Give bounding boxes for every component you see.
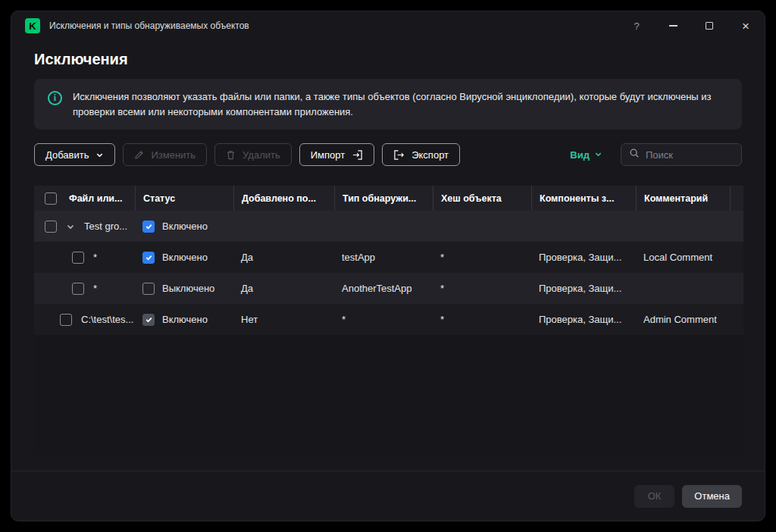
group-name: Test gro... <box>84 221 127 232</box>
exclusions-table: Файл или... Статус Добавлено по... Тип о… <box>34 186 743 455</box>
components: Проверка, Защи... <box>531 314 636 325</box>
row-checkbox[interactable] <box>72 283 84 295</box>
select-all-checkbox[interactable] <box>45 192 57 205</box>
object-hash: * <box>433 252 531 263</box>
add-button-label: Добавить <box>45 149 89 161</box>
header-file[interactable]: Файл или... <box>61 186 135 211</box>
delete-button[interactable]: Удалить <box>214 143 292 166</box>
cancel-button[interactable]: Отмена <box>682 485 742 508</box>
ok-button[interactable]: ОК <box>634 485 675 508</box>
pencil-icon <box>134 150 144 160</box>
object-type: testApp <box>334 252 433 263</box>
close-icon[interactable]: × <box>739 19 753 33</box>
table-header: Файл или... Статус Добавлено по... Тип о… <box>34 186 743 211</box>
added-by: Да <box>233 252 334 263</box>
object-hash: * <box>433 283 531 294</box>
status-checkbox[interactable] <box>142 221 155 233</box>
table-row[interactable]: * Включено Да testApp * Проверка, Защи..… <box>34 242 743 273</box>
table-empty-area <box>34 335 743 455</box>
search-box[interactable] <box>621 143 742 166</box>
status-checkbox[interactable] <box>142 252 155 264</box>
import-button[interactable]: Импорт <box>299 143 374 166</box>
search-input[interactable] <box>646 149 734 161</box>
delete-button-label: Удалить <box>242 149 280 161</box>
status-label: Включено <box>162 314 208 325</box>
row-checkbox[interactable] <box>72 252 84 264</box>
object-type: AnotherTestApp <box>334 283 433 294</box>
edit-button-label: Изменить <box>151 149 196 161</box>
export-button-label: Экспорт <box>411 149 449 161</box>
components: Проверка, Защи... <box>531 283 636 294</box>
comment: Admin Comment <box>636 314 730 325</box>
info-banner: i Исключения позволяют указать файлы или… <box>34 79 742 130</box>
add-button[interactable]: Добавить <box>34 143 115 166</box>
import-button-label: Импорт <box>311 149 345 161</box>
table-row[interactable]: * Выключено Да AnotherTestApp * Проверка… <box>34 273 743 304</box>
minimize-icon[interactable] <box>666 19 680 33</box>
status-checkbox[interactable] <box>142 283 155 295</box>
status-label: Выключено <box>162 283 214 294</box>
file-name: * <box>93 252 97 263</box>
status-label: Включено <box>162 252 208 263</box>
chevron-down-icon <box>95 151 104 159</box>
kaspersky-logo-icon: K <box>25 18 40 33</box>
export-icon <box>393 149 405 161</box>
window-title: Исключения и типы обнаруживаемых объекто… <box>49 20 249 31</box>
toolbar: Добавить Изменить Удалить Импорт <box>34 143 742 166</box>
comment: Local Comment <box>636 252 730 263</box>
import-icon <box>352 149 363 161</box>
table-row-group[interactable]: Test gro... Включено <box>34 211 743 242</box>
expand-chevron-icon[interactable] <box>66 222 75 231</box>
file-name: * <box>93 283 97 294</box>
search-icon <box>629 148 640 161</box>
header-added-by[interactable]: Добавлено по... <box>233 186 334 211</box>
status-checkbox[interactable] <box>142 314 155 326</box>
status-label: Включено <box>162 221 208 232</box>
header-spacer <box>730 186 743 211</box>
object-hash: * <box>433 314 531 325</box>
info-banner-text: Исключения позволяют указать файлы или п… <box>73 89 728 119</box>
header-object-type[interactable]: Тип обнаружи... <box>334 186 433 211</box>
chevron-down-icon <box>594 149 602 161</box>
footer: ОК Отмена <box>11 471 765 521</box>
titlebar: K Исключения и типы обнаруживаемых объек… <box>11 11 765 40</box>
added-by: Да <box>233 283 334 294</box>
view-button-label: Вид <box>570 149 590 161</box>
header-status[interactable]: Статус <box>135 186 233 211</box>
header-object-hash[interactable]: Хеш объекта <box>433 186 531 211</box>
page-title: Исключения <box>34 51 742 68</box>
info-icon: i <box>48 91 62 105</box>
added-by: Нет <box>233 314 334 325</box>
components: Проверка, Защи... <box>531 252 636 263</box>
header-components[interactable]: Компоненты з... <box>531 186 636 211</box>
row-checkbox[interactable] <box>60 314 72 326</box>
object-type: * <box>334 314 433 325</box>
help-icon[interactable]: ? <box>630 19 643 33</box>
edit-button[interactable]: Изменить <box>123 143 207 166</box>
export-button[interactable]: Экспорт <box>382 143 460 166</box>
table-row[interactable]: C:\test\tes... Включено Нет * * Проверка… <box>34 304 743 335</box>
maximize-icon[interactable] <box>702 19 716 33</box>
header-comment[interactable]: Комментарий <box>636 186 730 211</box>
file-name: C:\test\tes... <box>81 314 133 325</box>
trash-icon <box>226 150 236 160</box>
view-button[interactable]: Вид <box>570 149 602 161</box>
app-window: K Исключения и типы обнаруживаемых объек… <box>11 11 765 521</box>
row-checkbox[interactable] <box>45 221 57 233</box>
